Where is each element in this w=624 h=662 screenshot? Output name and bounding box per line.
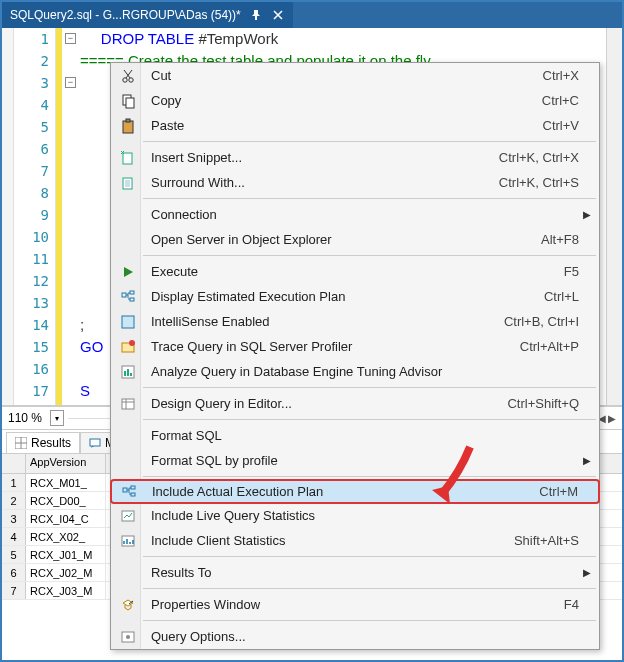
menu-separator: [143, 387, 596, 388]
line-number: 15: [14, 336, 55, 358]
line-number: 13: [14, 292, 55, 314]
menu-separator: [143, 141, 596, 142]
menu-item-include-live-query-statistics[interactable]: Include Live Query Statistics: [111, 503, 599, 528]
cell[interactable]: RCX_J03_M: [26, 582, 106, 599]
cell[interactable]: RCX_M01_: [26, 474, 106, 491]
line-number: 1: [14, 28, 55, 50]
menu-item-label: Cut: [141, 68, 543, 83]
menu-item-format-sql[interactable]: Format SQL: [111, 423, 599, 448]
blank-icon: [115, 451, 141, 471]
paste-icon: [115, 116, 141, 136]
line-number: 8: [14, 182, 55, 204]
cell[interactable]: RCX_I04_C: [26, 510, 106, 527]
menu-item-shortcut: Shift+Alt+S: [514, 533, 599, 548]
tab-bar: SQLQuery2.sql - G...RGROUP\ADas (54))*: [2, 2, 622, 28]
menu-item-include-client-statistics[interactable]: Include Client StatisticsShift+Alt+S: [111, 528, 599, 553]
menu-item-label: Include Actual Execution Plan: [142, 484, 539, 499]
menu-item-shortcut: F5: [564, 264, 599, 279]
menu-item-label: Connection: [141, 207, 599, 222]
menu-item-label: Open Server in Object Explorer: [141, 232, 541, 247]
cell[interactable]: RCX_X02_: [26, 528, 106, 545]
menu-item-trace-query-in-sql-server-profiler[interactable]: Trace Query in SQL Server ProfilerCtrl+A…: [111, 334, 599, 359]
svg-rect-8: [123, 121, 133, 133]
tab-results[interactable]: Results: [6, 432, 80, 453]
menu-item-label: Surround With...: [141, 175, 499, 190]
menu-item-include-actual-execution-plan[interactable]: Include Actual Execution PlanCtrl+M: [110, 479, 600, 504]
menu-item-insert-snippet[interactable]: Insert Snippet...Ctrl+K, Ctrl+X: [111, 145, 599, 170]
line-number-gutter: 1234567891011121314151617: [14, 28, 56, 405]
menu-separator: [143, 419, 596, 420]
menu-item-display-estimated-execution-plan[interactable]: Display Estimated Execution PlanCtrl+L: [111, 284, 599, 309]
menu-item-label: Format SQL by profile: [141, 453, 599, 468]
line-number: 6: [14, 138, 55, 160]
line-number: 12: [14, 270, 55, 292]
column-header[interactable]: AppVersion: [26, 454, 106, 473]
zoom-dropdown-icon[interactable]: ▾: [50, 410, 64, 426]
menu-item-label: Include Live Query Statistics: [141, 508, 599, 523]
menu-item-results-to[interactable]: Results To▶: [111, 560, 599, 585]
menu-item-properties-window[interactable]: Properties WindowF4: [111, 592, 599, 617]
svg-rect-15: [130, 298, 134, 301]
row-number: 7: [2, 582, 26, 599]
svg-rect-20: [122, 399, 134, 409]
menu-item-label: Properties Window: [141, 597, 564, 612]
menu-item-open-server-in-object-explorer[interactable]: Open Server in Object ExplorerAlt+F8: [111, 227, 599, 252]
row-number: 3: [2, 510, 26, 527]
menu-item-cut[interactable]: CutCtrl+X: [111, 63, 599, 88]
submenu-arrow-icon: ▶: [583, 455, 591, 466]
menu-item-paste[interactable]: PasteCtrl+V: [111, 113, 599, 138]
code-line[interactable]: DROP TABLE #TempWork: [80, 28, 606, 50]
line-number: 4: [14, 94, 55, 116]
menu-separator: [143, 588, 596, 589]
line-number: 5: [14, 116, 55, 138]
svg-rect-3: [90, 439, 100, 446]
menu-item-query-options[interactable]: Query Options...: [111, 624, 599, 649]
fold-toggle-icon[interactable]: −: [65, 33, 76, 44]
svg-rect-12: [125, 180, 130, 187]
blank-icon: [115, 230, 141, 250]
menu-item-shortcut: Ctrl+M: [539, 484, 598, 499]
cell[interactable]: RCX_J02_M: [26, 564, 106, 581]
intelli-icon: [115, 312, 141, 332]
vertical-scrollbar[interactable]: [606, 28, 622, 405]
submenu-arrow-icon: ▶: [583, 209, 591, 220]
menu-item-copy[interactable]: CopyCtrl+C: [111, 88, 599, 113]
scroll-arrows[interactable]: ◀▶: [598, 413, 622, 424]
cell[interactable]: RCX_J01_M: [26, 546, 106, 563]
message-icon: [89, 437, 101, 449]
cell[interactable]: RCX_D00_: [26, 492, 106, 509]
line-number: 7: [14, 160, 55, 182]
row-number: 1: [2, 474, 26, 491]
pin-icon[interactable]: [249, 8, 263, 22]
livestat-icon: [115, 506, 141, 526]
menu-separator: [143, 620, 596, 621]
menu-item-format-sql-by-profile[interactable]: Format SQL by profile▶: [111, 448, 599, 473]
menu-item-execute[interactable]: ExecuteF5: [111, 259, 599, 284]
menu-item-label: Analyze Query in Database Engine Tuning …: [141, 364, 599, 379]
cut-icon: [115, 66, 141, 86]
svg-rect-21: [123, 488, 127, 492]
close-icon[interactable]: [271, 8, 285, 22]
menu-item-design-query-in-editor[interactable]: Design Query in Editor...Ctrl+Shift+Q: [111, 391, 599, 416]
menu-item-connection[interactable]: Connection▶: [111, 202, 599, 227]
menu-separator: [143, 556, 596, 557]
svg-rect-9: [126, 119, 130, 122]
svg-rect-22: [131, 486, 135, 489]
tuning-icon: [115, 362, 141, 382]
menu-separator: [143, 198, 596, 199]
menu-item-intellisense-enabled[interactable]: IntelliSense EnabledCtrl+B, Ctrl+I: [111, 309, 599, 334]
svg-point-27: [126, 635, 130, 639]
menu-item-label: Results To: [141, 565, 599, 580]
svg-rect-23: [131, 493, 135, 496]
row-number: 2: [2, 492, 26, 509]
menu-item-analyze-query-in-database-engine-tuning-advisor[interactable]: Analyze Query in Database Engine Tuning …: [111, 359, 599, 384]
grid-corner: [2, 454, 26, 473]
options-icon: [115, 627, 141, 647]
line-number: 9: [14, 204, 55, 226]
document-tab[interactable]: SQLQuery2.sql - G...RGROUP\ADas (54))*: [2, 2, 293, 28]
row-number: 4: [2, 528, 26, 545]
menu-item-surround-with[interactable]: Surround With...Ctrl+K, Ctrl+S: [111, 170, 599, 195]
menu-item-shortcut: Alt+F8: [541, 232, 599, 247]
fold-toggle-icon[interactable]: −: [65, 77, 76, 88]
svg-point-5: [129, 77, 133, 81]
